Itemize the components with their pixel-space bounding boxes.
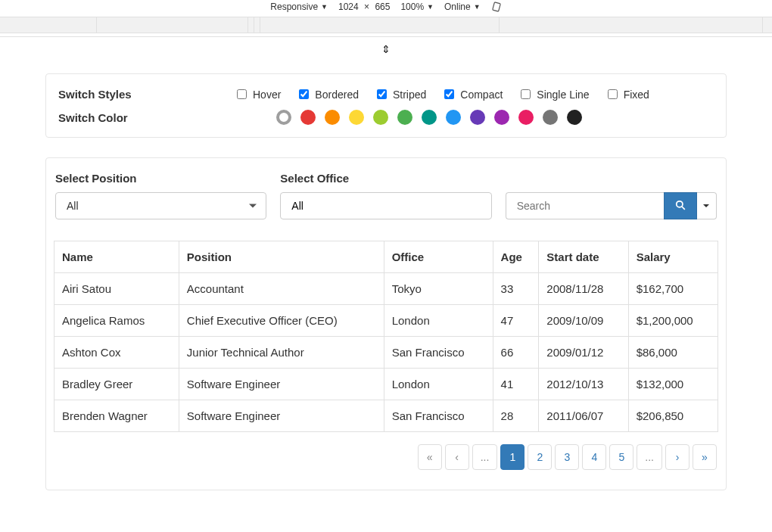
style-option-compact[interactable]: Compact [444,89,503,101]
table-row: Angelica RamosChief Executive Officer (C… [54,305,718,337]
table-cell: San Francisco [384,400,493,432]
select-office-input[interactable] [280,192,491,219]
style-option-label: Compact [460,89,503,101]
page-number[interactable]: 4 [582,444,606,470]
color-swatch[interactable] [494,110,509,125]
table-cell: Software Engineer [179,369,384,400]
page-number[interactable]: 1 [500,444,525,470]
table-cell: 47 [493,305,539,337]
table-cell: Tokyo [384,273,493,305]
page-prev[interactable]: ‹ [445,444,469,470]
table-row: Brenden WagnerSoftware EngineerSan Franc… [54,400,718,432]
table-cell: 2009/01/12 [539,337,628,369]
style-checkbox[interactable] [377,89,387,99]
table-cell: Airi Satou [54,273,179,305]
style-checkbox[interactable] [299,89,309,99]
style-option-label: Striped [393,89,426,101]
color-swatch[interactable] [397,110,412,125]
style-option-label: Hover [253,89,281,101]
column-header[interactable]: Position [179,241,384,273]
table-cell: Chief Executive Officer (CEO) [179,305,384,337]
table-cell: San Francisco [384,337,493,369]
search-options-button[interactable] [697,192,717,219]
table-row: Ashton CoxJunior Technical AuthorSan Fra… [54,337,718,369]
search-input[interactable] [506,192,664,219]
column-header[interactable]: Office [384,241,493,273]
table-cell: 66 [493,337,539,369]
color-swatch[interactable] [349,110,364,125]
page-number[interactable]: 3 [555,444,579,470]
search-button[interactable] [664,192,697,219]
viewport-width[interactable]: 1024 [338,2,359,12]
style-option-striped[interactable]: Striped [377,89,426,101]
table-cell: 2011/06/07 [539,400,628,432]
zoom-select[interactable]: 100% ▼ [400,2,434,12]
pagination: «‹...12345...›» [418,444,717,470]
style-checkbox[interactable] [444,89,454,99]
viewport-dimensions: 1024 × 665 [338,2,390,12]
column-header[interactable]: Salary [628,241,718,273]
search-icon [675,200,686,213]
viewport-height[interactable]: 665 [375,2,390,12]
page-ellipsis[interactable]: ... [637,444,662,470]
color-swatch[interactable] [276,110,291,125]
switch-styles-label: Switch Styles [58,88,237,101]
table-row: Bradley GreerSoftware EngineerLondon4120… [54,369,718,400]
rotate-icon[interactable] [491,2,502,12]
color-swatch[interactable] [446,110,461,125]
style-option-label: Bordered [315,89,359,101]
select-office-label: Select Office [280,172,491,185]
style-option-fixed[interactable]: Fixed [608,89,649,101]
column-header[interactable]: Age [493,241,539,273]
color-swatch[interactable] [373,110,388,125]
table-cell: $132,000 [628,369,718,400]
style-option-label: Fixed [624,89,649,101]
column-header[interactable]: Name [54,241,179,273]
page-ellipsis[interactable]: ... [472,444,498,470]
color-swatch[interactable] [470,110,485,125]
page-next[interactable]: › [665,444,690,470]
table-cell: London [384,369,493,400]
table-cell: 28 [493,400,539,432]
table-cell: Ashton Cox [54,337,179,369]
style-option-bordered[interactable]: Bordered [299,89,359,101]
page-number[interactable]: 2 [528,444,552,470]
style-checkbox[interactable] [237,89,247,99]
color-swatch[interactable] [567,110,582,125]
color-swatch[interactable] [543,110,558,125]
select-position-dropdown[interactable]: All [55,192,266,219]
table-cell: Bradley Greer [54,369,179,400]
table-cell: Angelica Ramos [54,305,179,337]
data-table: NamePositionOfficeAgeStart dateSalary Ai… [54,241,718,432]
color-swatch[interactable] [300,110,316,125]
style-switch-panel: Switch Styles HoverBorderedStripedCompac… [45,73,727,138]
table-cell: 41 [493,369,539,400]
table-cell: Accountant [179,273,384,305]
style-checkbox[interactable] [521,89,531,99]
network-select[interactable]: Online ▼ [444,2,481,12]
table-cell: 33 [493,273,539,305]
table-cell: Brenden Wagner [54,400,179,432]
table-cell: 2008/11/28 [539,273,628,305]
page-first[interactable]: « [418,444,442,470]
table-cell: Software Engineer [179,400,384,432]
table-cell: 2012/10/13 [539,369,628,400]
style-option-label: Single Line [537,89,589,101]
resize-handle-icon[interactable]: ⇕ [381,43,391,55]
table-cell: 2009/10/09 [539,305,628,337]
color-swatch[interactable] [422,110,437,125]
switch-color-label: Switch Color [58,111,237,124]
svg-rect-0 [492,2,500,11]
style-option-hover[interactable]: Hover [237,89,281,101]
style-option-single-line[interactable]: Single Line [521,89,589,101]
page-last[interactable]: » [693,444,717,470]
device-mode-select[interactable]: Responsive ▼ [270,2,328,12]
chevron-down-icon [249,204,257,208]
svg-point-1 [677,201,683,207]
page-number[interactable]: 5 [609,444,633,470]
table-cell: $162,700 [628,273,718,305]
column-header[interactable]: Start date [539,241,628,273]
style-checkbox[interactable] [608,89,618,99]
color-swatch[interactable] [325,110,340,125]
color-swatch[interactable] [518,110,534,125]
